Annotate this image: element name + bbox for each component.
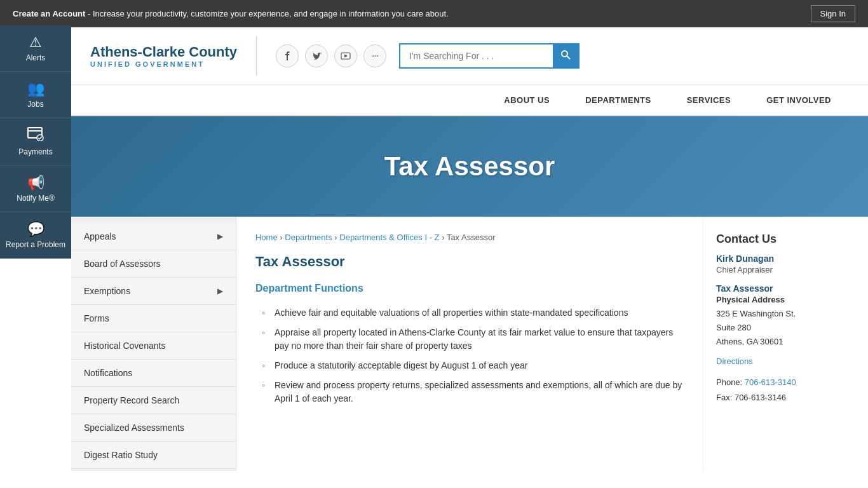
left-sidebar: ⚠ Alerts 👥 Jobs Payments 📢 Notify Me® 💬 … [0,25,71,259]
breadcrumb-home[interactable]: Home [255,233,278,242]
page-title: Tax Assessor [255,254,684,270]
contact-name: Kirk Dunagan [716,254,855,264]
create-account-link[interactable]: Create an Account [13,9,85,18]
nav-specialized-assessments[interactable]: Specialized Assessments [71,414,236,442]
sidebar-label-alerts: Alerts [26,53,46,62]
more-icon[interactable]: ··· [363,44,386,67]
phone-label: Phone: [716,377,745,387]
facebook-icon[interactable] [276,44,299,67]
breadcrumb-departments[interactable]: Departments [285,233,332,242]
banner-text: Create an Account - Increase your produc… [13,9,449,18]
sign-in-button[interactable]: Sign In [811,5,855,22]
search-button[interactable] [553,44,578,67]
search-box [399,43,580,69]
nav-board-of-assessors[interactable]: Board of Assessors [71,250,236,278]
twitter-icon[interactable] [305,44,328,67]
logo-sub: UNIFIED GOVERNMENT [90,60,237,68]
logo[interactable]: Athens-Clarke County UNIFIED GOVERNMENT [90,44,237,68]
sidebar-item-report[interactable]: 💬 Report a Problem [0,212,71,259]
header-logo-area: Athens-Clarke County UNIFIED GOVERNMENT [90,37,580,75]
alert-icon: ⚠ [29,34,42,51]
list-item: Achieve fair and equitable valuations of… [262,303,684,323]
svg-marker-4 [344,55,348,58]
address-line1: 325 E Washington St. [716,309,796,318]
nav-departments[interactable]: DEPARTMENTS [567,85,668,115]
hero-banner: Tax Assessor [71,116,868,217]
dept-label: Tax Assessor [716,283,855,294]
left-nav-menu: Appeals ▶ Board of Assessors Exemptions … [71,217,236,471]
nav-digest-ratio-study[interactable]: Digest Ratio Study [71,442,236,469]
nav-services[interactable]: SERVICES [669,85,749,115]
svg-point-5 [562,51,567,57]
logo-name: Athens-Clarke County [90,44,237,60]
notify-icon: 📢 [27,175,44,191]
sidebar-label-notify: Notify Me® [17,194,55,203]
sidebar-label-report: Report a Problem [6,240,65,249]
main-content: Home › Departments › Departments & Offic… [236,217,703,471]
sidebar-label-payments: Payments [18,147,52,156]
address-line3: Athens, GA 30601 [716,337,783,346]
content-area: Appeals ▶ Board of Assessors Exemptions … [71,217,868,471]
fax-number: 706-613-3146 [735,393,786,402]
address-label: Physical Address [716,295,855,304]
top-banner: Create an Account - Increase your produc… [0,0,868,27]
jobs-icon: 👥 [27,81,44,97]
main-wrapper: Athens-Clarke County UNIFIED GOVERNMENT [71,27,868,471]
functions-list: Achieve fair and equitable valuations of… [255,303,684,409]
sidebar-item-jobs[interactable]: 👥 Jobs [0,72,71,118]
nav-get-involved[interactable]: GET INVOLVED [749,85,849,115]
directions-link[interactable]: Directions [716,356,855,366]
contact-title: Chief Appraiser [716,265,855,274]
youtube-icon[interactable] [334,44,357,67]
breadcrumb-current: Tax Assessor [447,233,496,242]
nav-notifications[interactable]: Notifications [71,360,236,387]
nav-historical-covenants[interactable]: Historical Covenants [71,332,236,360]
report-icon: 💬 [27,221,44,238]
sidebar-label-jobs: Jobs [27,100,43,109]
contact-phone-info: Phone: 706-613-3140 Fax: 706-613-3146 [716,375,855,405]
phone-link[interactable]: 706-613-3140 [745,377,796,387]
svg-line-6 [567,56,570,59]
search-input[interactable] [400,46,553,66]
department-functions-heading: Department Functions [255,283,684,294]
right-sidebar: Contact Us Kirk Dunagan Chief Appraiser … [703,217,868,471]
nav-property-record-search[interactable]: Property Record Search [71,387,236,414]
breadcrumb: Home › Departments › Departments & Offic… [255,233,684,242]
sidebar-item-alerts[interactable]: ⚠ Alerts [0,25,71,72]
hero-title: Tax Assessor [84,151,855,182]
sidebar-item-payments[interactable]: Payments [0,118,71,166]
address-line2: Suite 280 [716,323,751,332]
nav-exemptions[interactable]: Exemptions ▶ [71,278,236,305]
nav-forms[interactable]: Forms [71,305,236,332]
list-item: Appraise all property located in Athens-… [262,323,684,356]
payments-icon [27,127,44,145]
fax-label: Fax: [716,393,735,402]
list-item: Review and process property returns, spe… [262,376,684,409]
contact-us-heading: Contact Us [716,233,855,246]
sidebar-item-notify[interactable]: 📢 Notify Me® [0,166,71,212]
social-icons: ··· [276,44,386,67]
nav-appeals[interactable]: Appeals ▶ [71,223,236,250]
header-divider [256,37,257,75]
breadcrumb-offices[interactable]: Departments & Offices I - Z [339,233,439,242]
arrow-icon-appeals: ▶ [217,232,223,241]
arrow-icon-exemptions: ▶ [217,287,223,295]
nav-about[interactable]: ABOUT US [486,85,567,115]
nav-bar: ABOUT US DEPARTMENTS SERVICES GET INVOLV… [71,85,868,116]
list-item: Produce a statutorily acceptable digest … [262,356,684,376]
site-header: Athens-Clarke County UNIFIED GOVERNMENT [71,27,868,85]
contact-address: 325 E Washington St. Suite 280 Athens, G… [716,307,855,349]
